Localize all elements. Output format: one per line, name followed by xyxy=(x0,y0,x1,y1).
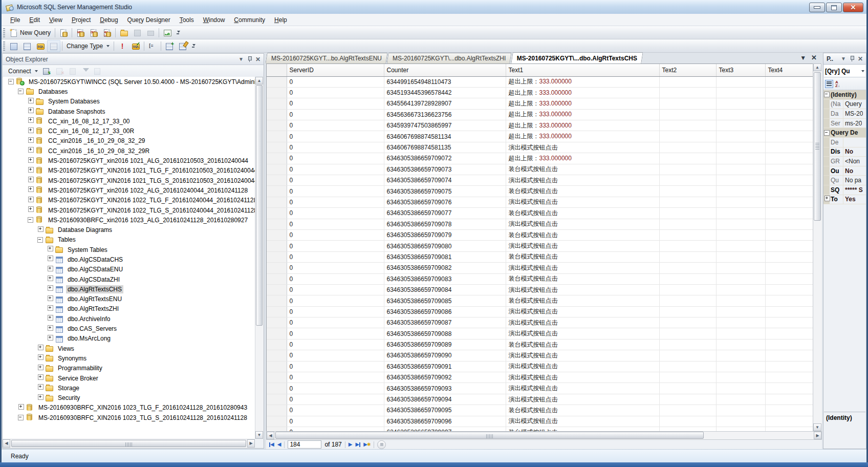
change-type-button[interactable]: Change Type xyxy=(64,40,112,52)
cell-text2[interactable] xyxy=(659,164,716,175)
cell-counter[interactable]: 6346305386659709095 xyxy=(384,405,506,416)
property-value[interactable]: ***** S xyxy=(843,186,863,194)
cell-text4[interactable] xyxy=(765,263,813,273)
cell-text3[interactable] xyxy=(716,361,765,372)
menu-item-view[interactable]: View xyxy=(45,15,67,25)
row-header-cell[interactable] xyxy=(267,164,287,175)
cell-text3[interactable] xyxy=(716,339,765,350)
expand-icon[interactable] xyxy=(28,197,34,202)
column-header-serverid[interactable]: ServerID xyxy=(287,64,384,76)
cell-text4[interactable] xyxy=(765,87,813,98)
cell-text3[interactable] xyxy=(716,109,765,120)
cell-text3[interactable] xyxy=(716,263,765,273)
cell-text1[interactable]: 装台模式按钮点击 xyxy=(506,427,659,432)
row-header-cell[interactable] xyxy=(267,98,287,109)
cell-text1[interactable]: 演出模式按钮点击 xyxy=(506,197,659,207)
minimize-button[interactable] xyxy=(809,3,825,12)
cell-text2[interactable] xyxy=(659,273,716,284)
tree-item[interactable]: Databases xyxy=(3,87,255,96)
cell-text1[interactable]: 演出模式按钮点击 xyxy=(506,142,659,153)
menu-item-query-designer[interactable]: Query Designer xyxy=(123,15,175,25)
expand-icon[interactable] xyxy=(28,128,34,133)
cell-text3[interactable] xyxy=(716,350,765,361)
last-record-button[interactable]: ▶ xyxy=(355,442,360,447)
cell-text1[interactable]: 装台模式按钮点击 xyxy=(506,339,659,350)
row-header-cell[interactable] xyxy=(267,350,287,361)
activity-monitor-button[interactable] xyxy=(161,27,174,39)
cell-text2[interactable] xyxy=(659,339,716,350)
cell-text1[interactable]: 超出上限：333.000000 xyxy=(506,76,659,87)
expand-icon[interactable] xyxy=(28,147,34,153)
cell-text1[interactable]: 装台模式按钮点击 xyxy=(506,229,659,240)
cell-counter[interactable]: 6346305386659709083 xyxy=(384,273,506,284)
expand-icon[interactable] xyxy=(38,394,44,400)
cell-serverid[interactable]: 0 xyxy=(287,87,384,98)
toolbar-grip[interactable] xyxy=(3,41,5,51)
cell-counter[interactable]: 6346305386659709087 xyxy=(384,317,506,328)
pin-icon[interactable] xyxy=(850,56,854,61)
cell-text1[interactable]: 演出模式按钮点击 xyxy=(506,350,659,361)
cell-serverid[interactable]: 0 xyxy=(287,317,384,328)
property-value[interactable]: ms-20 xyxy=(843,120,862,127)
expand-icon[interactable] xyxy=(48,295,53,301)
reports-button[interactable] xyxy=(92,66,105,77)
cell-text2[interactable] xyxy=(659,284,716,295)
cell-text1[interactable]: 演出模式按钮点击 xyxy=(506,284,659,295)
cell-serverid[interactable]: 0 xyxy=(287,229,384,240)
cell-text3[interactable] xyxy=(716,251,765,262)
cell-text1[interactable]: 超出上限：333.000000 xyxy=(506,131,659,142)
execute-sql-button[interactable]: ! xyxy=(116,40,129,52)
cell-counter[interactable]: 6346305386659709077 xyxy=(384,208,506,219)
cell-text1[interactable]: 装台模式按钮点击 xyxy=(506,295,659,306)
cell-text4[interactable] xyxy=(765,383,813,394)
cell-serverid[interactable]: 0 xyxy=(287,263,384,273)
cell-text1[interactable]: 演出模式按钮点击 xyxy=(506,383,659,394)
new-mdx-query-button[interactable]: MDX xyxy=(74,27,87,39)
cell-text3[interactable] xyxy=(716,229,765,240)
row-header-cell[interactable] xyxy=(267,87,287,98)
cell-counter[interactable]: 6346305386659709096 xyxy=(384,416,506,427)
expand-icon[interactable] xyxy=(28,186,34,192)
cell-text3[interactable] xyxy=(716,120,765,131)
expand-icon[interactable] xyxy=(48,325,53,331)
cell-text3[interactable] xyxy=(716,328,765,339)
properties-object-selector[interactable]: [Qry] Qu xyxy=(824,65,865,77)
cell-text2[interactable] xyxy=(659,208,716,219)
row-header-cell[interactable] xyxy=(267,416,287,427)
expand-icon[interactable] xyxy=(48,315,53,321)
cell-text3[interactable] xyxy=(716,416,765,427)
cell-text3[interactable] xyxy=(716,197,765,207)
cell-counter[interactable]: 6346067698874581135 xyxy=(384,142,506,153)
tree-item[interactable]: MS-20160725KGYT_XIN2016 1021_TLG_F_20161… xyxy=(3,166,255,176)
cell-text3[interactable] xyxy=(716,241,765,251)
tree-item[interactable]: dbo.AlgRtTextsENU xyxy=(3,294,255,304)
cell-text2[interactable] xyxy=(659,98,716,109)
expand-icon[interactable] xyxy=(28,167,34,173)
cell-text4[interactable] xyxy=(765,76,813,87)
cell-counter[interactable]: 6346305386659709093 xyxy=(384,383,506,394)
cell-text2[interactable] xyxy=(659,186,716,197)
cell-text4[interactable] xyxy=(765,208,813,219)
cell-text4[interactable] xyxy=(765,372,813,383)
tree-item[interactable]: CC_xin_16_08_12_17_33_00 xyxy=(3,116,255,126)
row-header-cell[interactable] xyxy=(267,208,287,219)
column-header-text4[interactable]: Text4 xyxy=(765,64,813,76)
close-icon[interactable]: ✕ xyxy=(858,55,863,62)
cell-counter[interactable]: 6346305386659709092 xyxy=(384,372,506,383)
cell-text3[interactable] xyxy=(716,427,765,432)
cell-serverid[interactable]: 0 xyxy=(287,120,384,131)
cell-text4[interactable] xyxy=(765,219,813,229)
tree-item[interactable]: dbo.AlgCSDataCHS xyxy=(3,254,255,264)
row-header-cell[interactable] xyxy=(267,295,287,306)
cell-text1[interactable]: 超出上限：333.000000 xyxy=(506,109,659,120)
expand-icon[interactable] xyxy=(48,266,53,271)
toolbar-overflow-button[interactable] xyxy=(175,28,181,38)
expand-icon[interactable] xyxy=(28,206,34,212)
cell-text1[interactable]: 演出模式按钮点击 xyxy=(506,175,659,186)
property-row[interactable]: De xyxy=(823,138,866,147)
cell-text1[interactable]: 超出上限：333.000000 xyxy=(506,87,659,98)
cell-text4[interactable] xyxy=(765,306,813,317)
row-header-cell[interactable] xyxy=(267,153,287,164)
property-value[interactable]: MS-20 xyxy=(843,110,863,117)
cell-serverid[interactable]: 0 xyxy=(287,153,384,164)
